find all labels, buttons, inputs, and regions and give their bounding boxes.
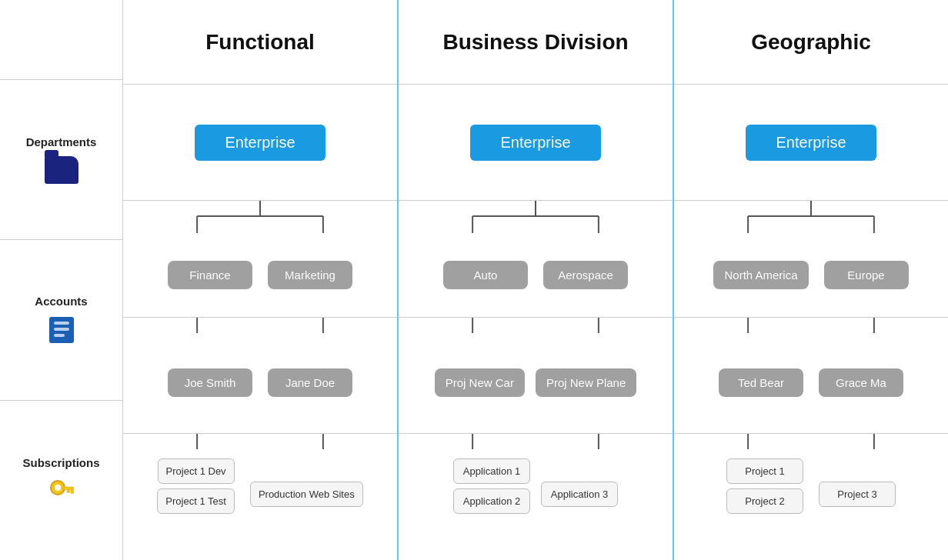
geo-acct-row: Ted Bear Grace Ma	[674, 317, 948, 433]
functional-dept-finance: Finance	[168, 261, 252, 289]
bd-enterprise-node: Enterprise	[470, 125, 601, 161]
geo-sub-row: Project 1 Project 2 Project 3	[674, 433, 948, 560]
subscriptions-label: Subscriptions	[22, 456, 99, 469]
bd-sub-row: Application 1 Application 2 Application …	[399, 433, 673, 560]
functional-enterprise-row: Enterprise	[123, 85, 397, 200]
accounts-icon	[46, 315, 77, 345]
key-icon	[48, 477, 75, 505]
functional-sub-prodweb: Production Web Sites	[250, 482, 363, 507]
bd-dept-auto: Auto	[443, 261, 528, 289]
geographic-column: Geographic Enterprise North America Euro…	[674, 0, 948, 560]
functional-column: Functional Enterprise	[123, 0, 399, 560]
geo-sub-proj1: Project 1	[726, 458, 803, 484]
business-division-column: Business Division Enterprise Auto Aerosp…	[399, 0, 674, 560]
geo-sub-proj2: Project 2	[726, 488, 803, 514]
geo-acct-gracema: Grace Ma	[819, 368, 903, 397]
bd-acct-projnewplane: Proj New Plane	[536, 368, 636, 397]
label-header-empty	[0, 0, 122, 79]
bd-header: Business Division	[399, 0, 673, 85]
bd-acct-projnewcar: Proj New Car	[435, 368, 525, 397]
accounts-label-cell: Accounts	[0, 239, 122, 399]
functional-sub-proj1test: Project 1 Test	[157, 488, 235, 514]
svg-rect-3	[54, 334, 65, 337]
geo-acct-tedbear: Ted Bear	[719, 368, 803, 397]
svg-rect-2	[54, 328, 69, 331]
svg-rect-7	[71, 489, 74, 493]
bd-sub-app1: Application 1	[453, 458, 530, 484]
geo-header: Geographic	[674, 0, 948, 85]
subscriptions-label-cell: Subscriptions	[0, 400, 122, 560]
functional-sub-row: Project 1 Dev Project 1 Test Production …	[123, 433, 397, 560]
folder-icon	[45, 156, 78, 184]
svg-rect-8	[67, 489, 70, 492]
functional-acct-row: Joe Smith Jane Doe	[123, 317, 397, 433]
functional-dept-marketing: Marketing	[268, 261, 352, 289]
labels-column: Departments Accounts Subscriptions	[0, 0, 123, 560]
bd-sub-app2: Application 2	[453, 488, 530, 514]
geo-dept-row: North America Europe	[674, 200, 948, 316]
departments-label-cell: Departments	[0, 79, 122, 239]
geo-sub-proj3: Project 3	[819, 482, 896, 507]
functional-sub-proj1dev: Project 1 Dev	[158, 458, 235, 484]
functional-enterprise-node: Enterprise	[195, 125, 325, 161]
geo-dept-northamerica: North America	[713, 261, 808, 289]
bd-title: Business Division	[442, 30, 628, 55]
functional-title: Functional	[205, 30, 315, 55]
geo-title: Geographic	[751, 30, 871, 55]
geo-enterprise-row: Enterprise	[674, 85, 948, 200]
geo-enterprise-node: Enterprise	[746, 125, 876, 161]
geo-dept-europe: Europe	[824, 261, 909, 289]
departments-label: Departments	[26, 135, 97, 148]
svg-rect-6	[63, 487, 74, 490]
bd-enterprise-row: Enterprise	[399, 85, 673, 200]
functional-dept-row: Finance Marketing	[123, 200, 397, 316]
svg-point-5	[55, 485, 61, 491]
content-area: Functional Enterprise	[123, 0, 948, 560]
bd-dept-row: Auto Aerospace	[399, 200, 673, 316]
bd-sub-app3: Application 3	[541, 482, 618, 507]
svg-rect-1	[54, 322, 69, 325]
functional-header: Functional	[123, 0, 397, 85]
bd-dept-aerospace: Aerospace	[543, 261, 628, 289]
functional-acct-joe: Joe Smith	[168, 368, 252, 397]
bd-acct-row: Proj New Car Proj New Plane	[399, 317, 673, 433]
accounts-label: Accounts	[35, 295, 87, 308]
functional-acct-jane: Jane Doe	[268, 368, 352, 397]
